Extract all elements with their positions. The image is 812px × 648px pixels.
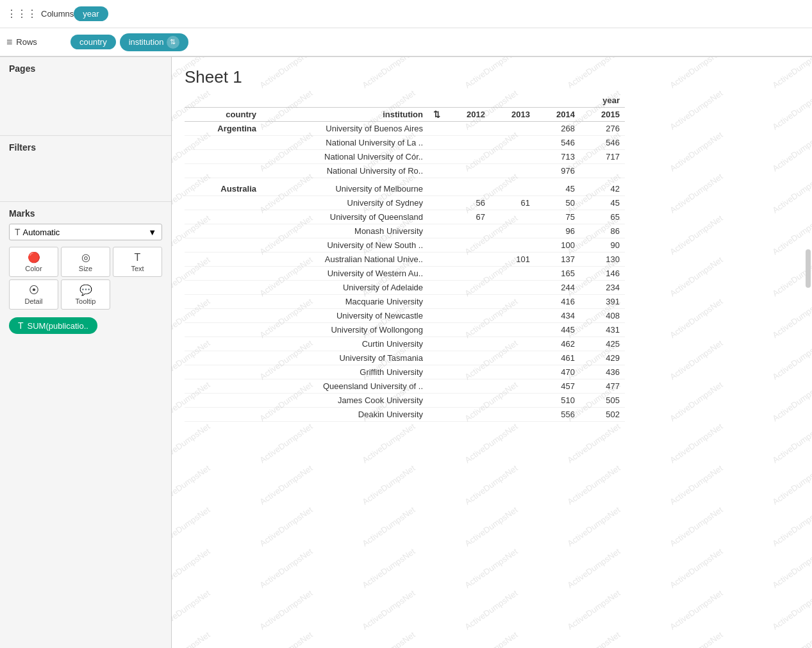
columns-label: ⋮⋮⋮ Columns [6, 8, 74, 20]
content-area: ActiveDumpsNetActiveDumpsNetActiveDumpsN… [172, 57, 812, 648]
scrollbar[interactable] [806, 249, 811, 288]
marks-tooltip-button[interactable]: 💬 Tooltip [61, 279, 110, 310]
cell-y2013: 101 [490, 253, 535, 267]
country-pill[interactable]: country [70, 35, 116, 49]
columns-icon: ⋮⋮⋮ [6, 8, 37, 20]
watermark-text: ActiveDumpsNet [668, 463, 724, 507]
cell-y2014: 510 [535, 394, 580, 408]
cell-country [185, 164, 261, 178]
marks-text-label: Text [131, 265, 144, 272]
marks-detail-button[interactable]: ⦿ Detail [9, 279, 58, 310]
cell-y2015: 86 [580, 224, 625, 238]
cell-y2014: 50 [535, 196, 580, 210]
cell-sort [428, 238, 445, 253]
institution-sort-icon[interactable]: ⇅ [167, 36, 179, 49]
cell-y2013 [490, 210, 535, 224]
marks-color-button[interactable]: 🔴 Color [9, 247, 58, 277]
cell-y2013 [490, 394, 535, 408]
sidebar: Pages Filters Marks T Automatic ▼ 🔴 Colo… [0, 57, 172, 648]
cell-y2015: 90 [580, 238, 625, 253]
cell-country [185, 238, 261, 253]
watermark-text: ActiveDumpsNet [668, 380, 724, 424]
tooltip-icon: 💬 [79, 284, 92, 296]
cell-country [185, 337, 261, 351]
rows-shelf: ≡ Rows country institution ⇅ [0, 28, 812, 56]
cell-y2015: 65 [580, 210, 625, 224]
watermark-text: ActiveDumpsNet [770, 505, 812, 549]
cell-y2013 [490, 238, 535, 253]
cell-institution: National University of Cór.. [261, 150, 428, 164]
watermark-text: ActiveDumpsNet [565, 505, 622, 549]
th-2015: 2015 [580, 108, 625, 122]
cell-sort [428, 253, 445, 267]
cell-sort [428, 150, 445, 164]
watermark-text: ActiveDumpsNet [565, 630, 622, 648]
cell-sort [428, 408, 445, 422]
cell-y2013 [490, 295, 535, 309]
sort-icon[interactable]: ⇅ [433, 110, 440, 119]
marks-tooltip-label: Tooltip [76, 297, 96, 305]
cell-y2014: 556 [535, 408, 580, 422]
th-country-label: country [185, 108, 261, 122]
cell-y2014: 462 [535, 337, 580, 351]
watermark-text: ActiveDumpsNet [770, 380, 812, 424]
cell-institution: National University of Ro.. [261, 164, 428, 178]
cell-y2012 [445, 182, 490, 196]
table-row: Curtin University462425 [185, 337, 625, 351]
cell-y2012 [445, 122, 490, 136]
watermark-text: ActiveDumpsNet [463, 547, 519, 590]
marks-type-dropdown[interactable]: T Automatic ▼ [9, 224, 162, 240]
th-sort-icon[interactable]: ⇅ [428, 108, 445, 122]
data-table: year country institution ⇅ 2012 2013 201… [185, 94, 625, 426]
watermark-text: ActiveDumpsNet [770, 88, 812, 132]
cell-y2013 [490, 122, 535, 136]
watermark-text: ActiveDumpsNet [172, 630, 211, 648]
th-2012: 2012 [445, 108, 490, 122]
watermark-text: ActiveDumpsNet [770, 297, 812, 340]
watermark-text: ActiveDumpsNet [360, 463, 417, 507]
cell-country [185, 224, 261, 238]
table-row: AustraliaUniversity of Melbourne4542 [185, 182, 625, 196]
cell-y2015: 45 [580, 196, 625, 210]
cell-country [185, 253, 261, 267]
cell-y2013 [490, 379, 535, 394]
rows-text: Rows [16, 37, 37, 47]
th-sort [428, 94, 445, 108]
filters-section: Filters [0, 136, 171, 202]
table-row: Griffith University470436 [185, 365, 625, 379]
cell-y2012 [445, 295, 490, 309]
cell-sort [428, 337, 445, 351]
cell-institution: Macquarie University [261, 295, 428, 309]
pages-content [9, 78, 162, 129]
sheet-title: Sheet 1 [172, 57, 812, 94]
cell-sort [428, 309, 445, 323]
watermark-text: ActiveDumpsNet [258, 463, 314, 507]
table-row: National University of Cór..713717 [185, 150, 625, 164]
table-row: Monash University9686 [185, 224, 625, 238]
country-pill-label: country [79, 37, 107, 47]
cell-y2014: 100 [535, 238, 580, 253]
cell-y2013 [490, 351, 535, 365]
cell-y2015: 425 [580, 337, 625, 351]
cell-y2014: 165 [535, 267, 580, 281]
cell-y2014: 434 [535, 309, 580, 323]
cell-institution: University of Tasmania [261, 351, 428, 365]
cell-y2015: 234 [580, 281, 625, 295]
year-pill[interactable]: year [74, 6, 108, 21]
shelf-area: ⋮⋮⋮ Columns year ≡ Rows country institut… [0, 0, 812, 57]
watermark-text: ActiveDumpsNet [770, 463, 812, 507]
cell-institution: University of Sydney [261, 196, 428, 210]
marks-size-button[interactable]: ◎ Size [61, 247, 110, 277]
cell-country [185, 365, 261, 379]
cell-institution: University of Wollongong [261, 323, 428, 337]
institution-pill[interactable]: institution ⇅ [120, 33, 188, 51]
marks-text-button[interactable]: T Text [113, 247, 162, 277]
cell-country: Argentina [185, 122, 261, 136]
size-icon: ◎ [81, 251, 90, 263]
watermark-text: ActiveDumpsNet [668, 255, 724, 299]
year-pill-label: year [83, 9, 99, 19]
table-row: University of Sydney56615045 [185, 196, 625, 210]
cell-institution: Deakin University [261, 408, 428, 422]
sum-pill[interactable]: T SUM(publicatio.. [9, 317, 97, 334]
cell-y2015: 505 [580, 394, 625, 408]
